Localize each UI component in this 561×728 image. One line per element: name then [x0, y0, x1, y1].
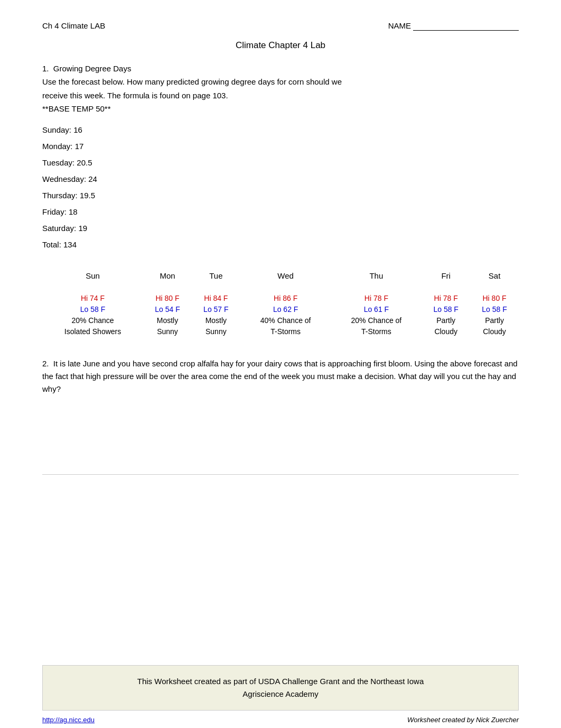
thu-desc2: T-Storms: [361, 327, 391, 336]
name-field: NAME: [388, 21, 519, 31]
footer-link[interactable]: http://ag.nicc.edu: [42, 716, 95, 724]
footer-credit: Worksheet created by Nick Zuercher: [407, 716, 519, 724]
tue-desc1: Mostly: [205, 316, 227, 325]
wed-hi: Hi 86 F: [274, 294, 297, 302]
footer-bottom: http://ag.nicc.edu Worksheet created by …: [42, 711, 519, 728]
mon-lo: Lo 54 F: [155, 305, 180, 314]
forecast-table: Sun Mon Tue Wed Thu Fri Sat Hi 74 F Lo 5…: [42, 267, 519, 342]
day-saturday: Saturday: 19: [42, 224, 519, 233]
page-title: Climate Chapter 4 Lab: [42, 40, 519, 51]
section1-line2: receive this week. The formula is found …: [42, 89, 519, 102]
wed-desc1: 40% Chance of: [260, 316, 311, 325]
section2: 2. It is late June and you have second c…: [42, 357, 519, 395]
forecast-wed: Hi 86 F Lo 62 F 40% Chance of T-Storms: [240, 289, 331, 342]
header-row: Ch 4 Climate LAB NAME: [42, 21, 519, 31]
fri-hi: Hi 78 F: [434, 294, 458, 302]
day-tuesday-value: 20.5: [77, 158, 92, 167]
section1-intro: 1. Growing Degree Days Use the forecast …: [42, 62, 519, 116]
footer-band-line2: Agriscience Academy: [59, 688, 502, 701]
answer-area[interactable]: [42, 411, 519, 475]
section2-text: It is late June and you have second crop…: [42, 359, 518, 393]
name-underline[interactable]: [413, 21, 519, 31]
fri-desc2: Cloudy: [434, 327, 457, 336]
tue-hi: Hi 84 F: [204, 294, 228, 302]
fri-lo: Lo 58 F: [433, 305, 458, 314]
days-list: Sunday: 16 Monday: 17 Tuesday: 20.5 Wedn…: [42, 125, 519, 256]
day-thursday-label: Thursday:: [42, 191, 78, 200]
day-monday-value: 17: [75, 142, 84, 151]
mon-hi: Hi 80 F: [155, 294, 179, 302]
sat-desc2: Cloudy: [483, 327, 506, 336]
course-label: Ch 4 Climate LAB: [42, 21, 105, 30]
sat-lo: Lo 58 F: [482, 305, 507, 314]
day-total: Total: 134: [42, 240, 519, 249]
day-wednesday-label: Wednesday:: [42, 174, 86, 183]
day-friday-label: Friday:: [42, 207, 67, 216]
day-saturday-label: Saturday:: [42, 224, 76, 233]
thu-desc1: 20% Chance of: [351, 316, 402, 325]
sun-lo: Lo 58 F: [80, 305, 105, 314]
day-friday: Friday: 18: [42, 207, 519, 216]
tue-desc2: Sunny: [205, 327, 227, 336]
forecast-sun: Hi 74 F Lo 58 F 20% Chance Isolated Show…: [42, 289, 143, 342]
forecast-fri: Hi 78 F Lo 58 F Partly Cloudy: [422, 289, 470, 342]
section1-line1: Use the forecast below. How many predict…: [42, 76, 519, 88]
tue-lo: Lo 57 F: [203, 305, 228, 314]
day-total-label: Total:: [42, 240, 61, 249]
section2-number: 2.: [42, 359, 49, 368]
sat-hi: Hi 80 F: [482, 294, 506, 302]
forecast-header-row: Sun Mon Tue Wed Thu Fri Sat: [42, 267, 519, 289]
footer-band-line1: This Worksheet created as part of USDA C…: [59, 675, 502, 688]
col-header-fri: Fri: [422, 267, 470, 289]
col-header-wed: Wed: [240, 267, 331, 289]
day-thursday: Thursday: 19.5: [42, 191, 519, 200]
section1-number: 1.: [42, 64, 49, 73]
wed-desc2: T-Storms: [270, 327, 301, 336]
day-tuesday: Tuesday: 20.5: [42, 158, 519, 167]
section1-base-temp: **BASE TEMP 50**: [42, 103, 519, 115]
mon-desc1: Mostly: [157, 316, 178, 325]
forecast-table-wrapper: Sun Mon Tue Wed Thu Fri Sat Hi 74 F Lo 5…: [42, 267, 519, 342]
mon-desc2: Sunny: [157, 327, 178, 336]
footer-band: This Worksheet created as part of USDA C…: [42, 665, 519, 711]
forecast-mon: Hi 80 F Lo 54 F Mostly Sunny: [143, 289, 192, 342]
day-sunday-value: 16: [73, 125, 82, 134]
forecast-sat: Hi 80 F Lo 58 F Partly Cloudy: [470, 289, 519, 342]
day-wednesday-value: 24: [88, 174, 97, 183]
forecast-thu: Hi 78 F Lo 61 F 20% Chance of T-Storms: [331, 289, 422, 342]
sun-hi: Hi 74 F: [81, 294, 105, 302]
col-header-tue: Tue: [192, 267, 240, 289]
forecast-tue: Hi 84 F Lo 57 F Mostly Sunny: [192, 289, 240, 342]
page: Ch 4 Climate LAB NAME Climate Chapter 4 …: [0, 0, 561, 728]
day-saturday-value: 19: [78, 224, 87, 233]
day-monday: Monday: 17: [42, 142, 519, 151]
forecast-data-row: Hi 74 F Lo 58 F 20% Chance Isolated Show…: [42, 289, 519, 342]
day-wednesday: Wednesday: 24: [42, 174, 519, 183]
day-thursday-value: 19.5: [80, 191, 95, 200]
col-header-thu: Thu: [331, 267, 422, 289]
day-tuesday-label: Tuesday:: [42, 158, 74, 167]
col-header-sat: Sat: [470, 267, 519, 289]
day-sunday-label: Sunday:: [42, 125, 71, 134]
sun-desc2: Isolated Showers: [64, 327, 121, 336]
section1-heading: Growing Degree Days: [53, 64, 132, 73]
thu-hi: Hi 78 F: [364, 294, 388, 302]
sun-desc1: 20% Chance: [71, 316, 114, 325]
wed-lo: Lo 62 F: [273, 305, 298, 314]
day-total-value: 134: [63, 240, 77, 249]
day-friday-value: 18: [69, 207, 78, 216]
sat-desc1: Partly: [485, 316, 504, 325]
col-header-sun: Sun: [42, 267, 143, 289]
name-label: NAME: [388, 21, 411, 30]
fri-desc1: Partly: [436, 316, 455, 325]
col-header-mon: Mon: [143, 267, 192, 289]
thu-lo: Lo 61 F: [364, 305, 389, 314]
day-monday-label: Monday:: [42, 142, 73, 151]
day-sunday: Sunday: 16: [42, 125, 519, 134]
